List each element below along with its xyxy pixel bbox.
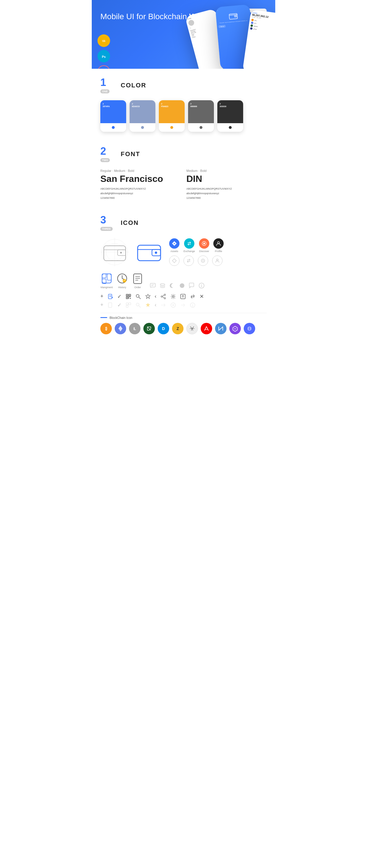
icon-section-header: 3 THREE ICON [101,215,266,231]
sketch-icon: Sk [100,37,108,44]
discover-label: Discover [199,250,209,253]
filled-wallet-container [135,238,163,267]
nav-icons-row1: Assets Exchange [169,238,224,253]
svg-rect-52 [127,295,128,296]
svg-point-15 [120,252,122,253]
assets-icon [172,241,177,246]
litecoin-icon: Ł [129,323,140,334]
svg-point-24 [218,242,220,244]
nano-icon [215,323,227,334]
nav-icons-row2-ghost [169,255,224,266]
font-section-title: FONT [121,150,140,158]
svg-line-91 [191,329,192,331]
check-icon: ✓ [117,293,121,300]
discover-icon [202,241,207,246]
profile-ghost-icon [212,255,223,266]
blockchain-line [101,317,107,318]
svg-point-23 [203,243,205,244]
qr-ghost-icon [125,302,131,308]
circle-icon [179,282,185,289]
font-section: 2 TWO FONT Regular · Medium · Bold San F… [92,137,275,206]
phone-screen-3: myWallet $6,297,502.12 12-298 · 788-2003… [248,9,275,36]
wire-wallet-container [101,238,129,267]
color-section: 1 ONE COLOR #3574FA #8DA0C8 #F5A623 [92,69,275,137]
icon-history: History [116,272,129,289]
history-label: History [118,286,126,289]
sf-name: San Francisco [101,174,181,184]
management-icon [101,272,113,285]
profile-label: Profile [215,250,222,253]
plus-ghost-icon: + [101,302,104,308]
plus-icon: + [101,293,104,299]
nav-icon-discover: Discover [199,238,209,253]
swatch-blue: #3574FA [101,100,126,132]
swatch-gray-blue-bottom [130,123,156,132]
swatch-blue-code: #3574FA [103,102,110,108]
iota-icon [186,323,198,334]
sf-style-label: Regular · Medium · Bold [101,169,181,173]
export-icon [180,293,186,299]
svg-line-61 [139,297,140,299]
svg-rect-56 [127,297,128,298]
profile-icon [216,241,221,246]
misc-symbols-row2-ghost: + ✓ ‹ [101,302,266,308]
svg-rect-73 [129,303,131,305]
discover-ghost [201,258,205,263]
svg-point-27 [202,260,204,261]
section-3-number: 3 THREE [101,215,116,231]
svg-line-67 [162,297,164,298]
filled-wallet-icon [135,238,163,267]
din-chars: ABCDEFGHIJKLMNOPQRSTUVWXYZ abcdefghijklm… [186,186,266,200]
order-icon [131,272,144,285]
chat-icon [150,282,156,289]
svg-point-63 [164,294,165,296]
swatch-dark-bottom [217,123,243,132]
sf-chars: ABCDEFGHIJKLMNOPQRSTUVWXYZ abcdefghijklm… [101,186,181,200]
swatch-orange-bottom [159,123,185,132]
chevron-left-icon: ‹ [155,293,157,299]
svg-rect-54 [129,295,130,296]
icon-management: Mangment [101,272,113,289]
matic-symbol [232,326,238,332]
svg-point-68 [172,296,174,297]
svg-point-43 [180,283,185,288]
svg-rect-44 [189,283,194,287]
icon-divider [101,313,266,313]
swatch-blue-bottom [101,123,126,132]
nav-icon-profile: Profile [213,238,224,253]
swatch-gray-code: #666666 [190,102,197,108]
nav-icons-group: Assets Exchange [169,238,224,266]
hero-badges: Sk Ps 60+Screens [97,34,110,69]
icon-grid-main: Assets Exchange [101,238,266,267]
svg-rect-74 [126,305,128,307]
screens-badge: 60+Screens [97,65,110,69]
svg-point-19 [155,251,157,254]
svg-point-65 [161,296,162,297]
assets-ghost [172,258,177,263]
svg-point-42 [160,284,165,285]
sf-nums: 1234567890 [101,196,181,200]
section-3-digit: 3 [101,215,116,225]
swatch-gray-bottom [188,123,214,132]
swatch-gray-blue-dot [141,126,144,129]
sf-lowercase: abcdefghijklmnopqrstuvwxyz [101,191,181,196]
svg-point-34 [123,279,126,282]
misc-icons-right [150,282,205,289]
font-grid: Regular · Medium · Bold San Francisco AB… [101,169,266,200]
svg-rect-6 [234,15,237,18]
management-label: Mangment [101,286,113,289]
assets-label: Assets [170,250,178,253]
svg-rect-29 [102,274,111,283]
check-ghost-icon: ✓ [117,302,121,308]
exchange-icon [187,241,192,246]
iota-symbol [189,326,195,332]
order-label: Order [134,286,141,289]
svg-point-26 [201,259,205,262]
wire-wallet-icon [101,238,129,267]
svg-point-21 [174,243,175,244]
svg-point-64 [164,297,165,299]
layers-icon [160,282,166,289]
section-2-word: TWO [101,158,110,162]
matic-icon [229,323,241,334]
svg-point-82 [192,304,193,305]
